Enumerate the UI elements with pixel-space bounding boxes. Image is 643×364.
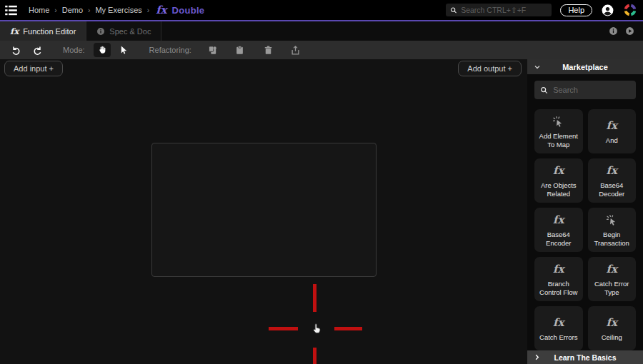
function-canvas[interactable]: Add input + Add output + [0, 59, 527, 364]
click-action-icon [606, 213, 618, 227]
tab-spec-and-doc[interactable]: Spec & Doc [86, 21, 161, 41]
navbar-right-group: Help [446, 3, 637, 17]
user-avatar[interactable] [601, 4, 614, 17]
tab-function-editor-label: Function Editor [23, 27, 76, 36]
global-search-input[interactable] [461, 6, 547, 14]
chevron-right-icon [533, 353, 541, 361]
add-input-button[interactable]: Add input + [4, 61, 63, 76]
card-add-element-to-map[interactable]: Add Element To Map [534, 109, 583, 153]
learn-the-basics-bar[interactable]: Learn The Basics [527, 350, 643, 364]
breadcrumb-my-exercises[interactable]: My Exercises [95, 6, 141, 14]
card-label: Begin Transaction [590, 231, 634, 246]
fx-function-icon: fx [607, 262, 617, 276]
card-label: Are Objects Related [537, 181, 581, 197]
fx-function-icon: fx [607, 315, 617, 330]
refactoring-label: Refactoring: [149, 46, 191, 54]
fx-logo-icon: fx [156, 4, 166, 16]
editor-tabbar: fx Function Editor Spec & Doc [0, 20, 643, 41]
top-navbar: Home › Demo › My Exercises › fx Double H… [0, 0, 643, 20]
mode-label: Mode: [63, 46, 85, 54]
fx-function-icon: fx [607, 163, 617, 178]
global-search[interactable] [446, 4, 552, 16]
card-label: Ceiling [602, 333, 622, 341]
marketplace-card-grid: Add Element To Map fx And fx Are Objects… [527, 103, 643, 350]
breadcrumb-separator: › [88, 6, 90, 14]
search-icon [540, 86, 548, 95]
tab-info-icon[interactable] [609, 26, 618, 36]
card-base64-decoder[interactable]: fx Base64 Decoder [588, 158, 637, 203]
crosshair-guide-top [313, 284, 316, 312]
run-play-icon[interactable] [625, 26, 634, 36]
hand-pointer-cursor [310, 322, 323, 335]
info-icon [96, 27, 105, 36]
undo-button[interactable] [7, 43, 24, 57]
help-button[interactable]: Help [560, 4, 592, 16]
brand-ring-logo[interactable] [623, 3, 637, 17]
card-catch-error-type[interactable]: fx Catch Error Type [588, 257, 637, 301]
app-window: Home › Demo › My Exercises › fx Double H… [0, 0, 643, 364]
click-action-icon [552, 114, 564, 128]
crosshair-guide-right [334, 327, 362, 330]
card-are-objects-related[interactable]: fx Are Objects Related [534, 158, 583, 203]
tab-spec-and-doc-label: Spec & Doc [109, 27, 151, 36]
pan-hand-mode-button[interactable] [94, 43, 111, 57]
crosshair-guide-bottom [313, 348, 316, 364]
marketplace-title: Marketplace [527, 63, 643, 71]
card-label: Base64 Encoder [537, 231, 581, 246]
fx-function-icon: fx [553, 213, 564, 227]
learn-the-basics-label: Learn The Basics [527, 353, 643, 362]
tabbar-right-group [609, 21, 643, 41]
card-label: Catch Error Type [590, 280, 634, 295]
redo-button[interactable] [29, 43, 46, 57]
menu-icon[interactable] [1, 2, 20, 18]
card-ceiling[interactable]: fx Ceiling [588, 306, 637, 350]
search-icon [450, 6, 457, 14]
collapse-chevron-down-icon[interactable] [533, 63, 542, 71]
card-label: Add Element To Map [537, 132, 581, 148]
fx-function-icon: fx [553, 262, 564, 276]
tab-function-editor[interactable]: fx Function Editor [0, 21, 86, 41]
marketplace-header[interactable]: Marketplace [527, 59, 643, 74]
marketplace-search-input[interactable] [553, 86, 630, 94]
function-body-placeholder[interactable] [151, 143, 377, 277]
card-label: Branch Control Flow [537, 280, 581, 295]
export-share-button[interactable] [287, 43, 304, 57]
card-branch-control-flow[interactable]: fx Branch Control Flow [534, 257, 583, 301]
main-area: Add input + Add output + Marketplace [0, 59, 643, 364]
card-label: Catch Errors [539, 333, 577, 341]
crosshair-guide-left [269, 327, 298, 330]
card-label: Base64 Decoder [590, 181, 634, 197]
breadcrumb-demo[interactable]: Demo [62, 6, 83, 14]
delete-trash-button[interactable] [260, 43, 277, 57]
paste-button[interactable] [231, 43, 249, 57]
fx-function-icon: fx [553, 163, 564, 178]
breadcrumb: Home › Demo › My Exercises › fx Double [29, 4, 204, 16]
card-and[interactable]: fx And [588, 109, 637, 153]
fx-tab-icon: fx [10, 26, 19, 36]
fx-function-icon: fx [607, 118, 617, 133]
breadcrumb-separator: › [147, 6, 149, 14]
copy-button[interactable] [204, 43, 221, 57]
fx-function-icon: fx [553, 315, 564, 330]
breadcrumb-current-function: Double [172, 5, 205, 16]
add-output-button[interactable]: Add output + [458, 61, 522, 76]
breadcrumb-home[interactable]: Home [29, 6, 49, 14]
marketplace-search-wrap [527, 74, 643, 103]
card-catch-errors[interactable]: fx Catch Errors [534, 306, 583, 350]
card-base64-encoder[interactable]: fx Base64 Encoder [534, 208, 583, 252]
breadcrumb-separator: › [54, 6, 56, 14]
card-label: And [606, 136, 618, 144]
marketplace-panel: Marketplace Add Element To Map fx An [527, 59, 643, 364]
card-begin-transaction[interactable]: Begin Transaction [588, 208, 637, 252]
select-cursor-mode-button[interactable] [115, 43, 132, 57]
editor-toolbar: Mode: Refactoring: [0, 41, 643, 59]
marketplace-search[interactable] [534, 81, 636, 99]
